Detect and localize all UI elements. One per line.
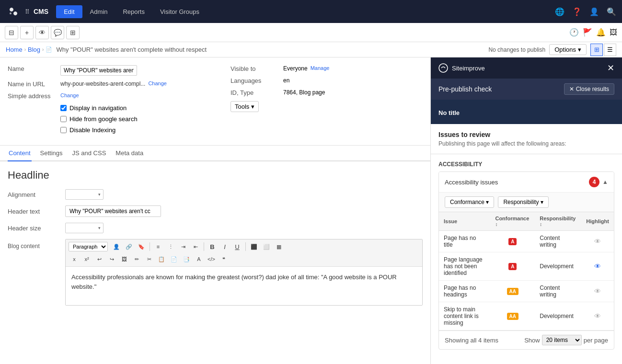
nav-tabs: Edit Admin Reports Visitor Groups <box>56 5 207 18</box>
siteimprove-logo: Siteimprove <box>438 63 485 73</box>
toolbar-image-icon[interactable]: 🖼 <box>610 28 617 37</box>
rte-strikethrough-icon[interactable]: x <box>69 254 80 264</box>
highlight-eye-icon[interactable]: 👁 <box>594 312 601 320</box>
rte-align-right-icon[interactable]: ▦ <box>273 241 285 252</box>
rte-italic-icon[interactable]: I <box>219 241 230 252</box>
manage-link[interactable]: Manage <box>311 65 330 71</box>
hide-from-google-checkbox[interactable] <box>60 116 67 122</box>
rte-edit-image-icon[interactable]: ✏ <box>131 254 142 264</box>
col-highlight: Highlight <box>581 212 614 231</box>
rte-unordered-list-icon[interactable]: ⋮ <box>165 241 176 252</box>
nav-tab-admin[interactable]: Admin <box>82 5 115 18</box>
alignment-select[interactable] <box>65 189 104 200</box>
simple-address-change-link[interactable]: Change <box>60 92 79 98</box>
rte-copy-icon[interactable]: 📋 <box>156 254 167 264</box>
rte-underline-icon[interactable]: U <box>231 241 243 252</box>
name-in-url-value: why-pour-websites-arent-compl... <box>60 80 145 87</box>
rte-person-icon[interactable]: 👤 <box>111 241 122 252</box>
rte-link-icon[interactable]: 🔗 <box>123 241 135 252</box>
help-icon[interactable]: ❓ <box>572 7 582 16</box>
nav-tab-edit[interactable]: Edit <box>56 5 82 18</box>
paragraph-select[interactable]: Paragraph <box>69 242 108 251</box>
conformance-cell: A <box>490 231 535 252</box>
siteimprove-header: Siteimprove ✕ <box>431 57 622 79</box>
highlight-eye-icon[interactable]: 👁 <box>594 262 601 270</box>
svg-point-0 <box>439 64 448 72</box>
col-conformance[interactable]: Conformance <box>490 212 535 231</box>
grid-layout-btn[interactable]: ⊞ <box>66 26 80 39</box>
search-icon[interactable]: 🔍 <box>607 7 616 16</box>
display-in-nav-checkbox[interactable] <box>60 105 67 111</box>
rte-ordered-list-icon[interactable]: ≡ <box>152 241 164 252</box>
nav-tab-reports[interactable]: Reports <box>115 5 152 18</box>
rte-quote-icon[interactable]: ❝ <box>218 254 230 264</box>
rte-bookmark-icon[interactable]: 🔖 <box>136 241 147 252</box>
highlight-eye-icon[interactable]: 👁 <box>594 238 601 245</box>
grid-view-btn[interactable]: ⊞ <box>590 44 603 56</box>
header-text-input[interactable] <box>65 205 161 217</box>
options-button[interactable]: Options ▾ <box>549 44 587 55</box>
rte-image-icon[interactable]: 🖼 <box>118 254 130 264</box>
rte-undo-icon[interactable]: ↩ <box>93 254 105 264</box>
tab-settings[interactable]: Settings <box>39 146 64 161</box>
pre-publish-bar: Pre-publish check ✕ Close results <box>431 79 622 100</box>
accessibility-label: Accessibility <box>438 161 614 168</box>
breadcrumb-sep-1: › <box>24 47 26 52</box>
alignment-select-wrapper: ▾ <box>65 189 104 200</box>
rte-superscript-icon[interactable]: x² <box>81 254 92 264</box>
rte-bold-icon[interactable]: B <box>207 241 218 252</box>
rte-align-center-icon[interactable]: ⬜ <box>261 241 272 252</box>
preview-btn[interactable]: 👁 <box>35 26 49 39</box>
speech-bubble-btn[interactable]: 💬 <box>51 26 64 39</box>
toolbar-flag-icon[interactable]: 🚩 <box>583 28 592 37</box>
breadcrumb-bar: Home › Blog › 📄 Why "POUR" websites aren… <box>0 42 622 57</box>
rte-code-icon[interactable]: </> <box>206 254 217 264</box>
no-changes-label: No changes to publish <box>488 46 545 53</box>
col-issue: Issue <box>439 212 490 231</box>
collapse-btn[interactable]: ⊟ <box>5 26 18 39</box>
conformance-filter-button[interactable]: Conformance ▾ <box>445 196 494 208</box>
collapse-card-button[interactable]: ▲ <box>602 179 608 185</box>
col-responsibility[interactable]: Responsibility <box>535 212 581 231</box>
close-panel-button[interactable]: ✕ <box>607 64 614 72</box>
rte-paste2-icon[interactable]: 📑 <box>181 254 192 264</box>
name-input[interactable] <box>60 65 137 76</box>
rte-clear-format-icon[interactable]: A <box>193 254 205 264</box>
tab-content[interactable]: Content <box>8 146 32 161</box>
rte-indent-icon[interactable]: ⇥ <box>177 241 189 252</box>
breadcrumb-home[interactable]: Home <box>6 46 23 53</box>
nav-tab-visitor-groups[interactable]: Visitor Groups <box>152 5 207 18</box>
breadcrumb: Home › Blog › 📄 Why "POUR" websites aren… <box>6 46 207 53</box>
rte-redo-icon[interactable]: ↪ <box>106 254 117 264</box>
tab-js-css[interactable]: JS and CSS <box>71 146 107 161</box>
rte-align-left-icon[interactable]: ⬛ <box>248 241 260 252</box>
per-page-select[interactable]: 20 items 50 items 100 items <box>542 335 582 345</box>
name-in-url-change-link[interactable]: Change <box>148 80 167 86</box>
options-chevron-icon: ▾ <box>578 46 581 53</box>
rte-content-area[interactable]: Accessibility professionals are known fo… <box>66 267 422 305</box>
header-size-select[interactable] <box>65 223 104 233</box>
top-nav-right: 🌐 ❓ 👤 🔍 <box>555 7 616 16</box>
toolbar-search-icon[interactable]: 🕐 <box>569 28 579 37</box>
cms-label: CMS <box>34 8 48 15</box>
list-view-btn[interactable]: ☰ <box>604 44 616 56</box>
rte-outdent-icon[interactable]: ⇤ <box>190 241 201 252</box>
rte-paste-icon[interactable]: 📄 <box>168 254 180 264</box>
languages-value: en <box>283 77 289 84</box>
rte-cut-icon[interactable]: ✂ <box>143 254 155 264</box>
responsibility-filter-button[interactable]: Responsibility ▾ <box>498 196 548 208</box>
toolbar-bell-icon[interactable]: 🔔 <box>596 28 606 37</box>
issue-name: Skip to main content link is missing <box>439 302 490 330</box>
tools-dropdown[interactable]: Tools ▾ <box>230 101 259 112</box>
grid-icon[interactable]: ⠿ <box>25 8 30 15</box>
user-icon[interactable]: 👤 <box>589 7 599 16</box>
header-text-row: Header text <box>8 205 423 217</box>
add-btn[interactable]: + <box>20 26 34 39</box>
close-results-button[interactable]: ✕ Close results <box>564 83 614 95</box>
globe-icon[interactable]: 🌐 <box>555 7 564 16</box>
highlight-eye-icon[interactable]: 👁 <box>594 287 601 295</box>
disable-indexing-checkbox[interactable] <box>60 127 67 133</box>
issue-name: Page has no title <box>439 231 490 252</box>
tab-meta-data[interactable]: Meta data <box>115 146 144 161</box>
breadcrumb-blog[interactable]: Blog <box>28 46 40 53</box>
